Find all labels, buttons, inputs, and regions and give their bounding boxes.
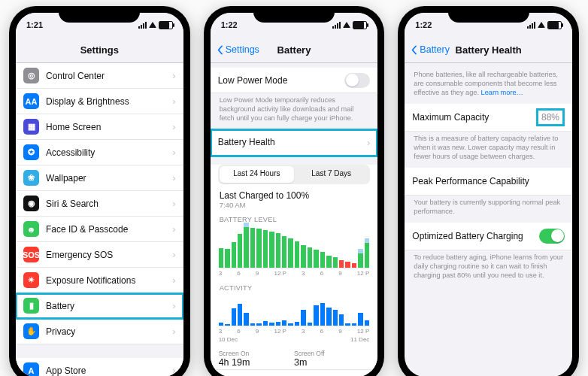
row-label: Display & Brightness — [46, 96, 169, 107]
maximum-capacity-value: 88% — [536, 108, 565, 126]
chart-xaxis: 36912 P36912 P — [211, 268, 378, 278]
wifi-icon — [343, 22, 350, 28]
seg-7d[interactable]: Last 7 Days — [294, 166, 368, 183]
activity-chart — [211, 293, 378, 326]
app-icon: ☻ — [23, 221, 39, 237]
maximum-capacity-row: Maximum Capacity 88% — [405, 104, 572, 132]
optimized-charging-row[interactable]: Optimized Battery Charging — [405, 223, 572, 250]
settings-row[interactable]: ▦Home Screen› — [16, 114, 183, 140]
battery-icon — [159, 21, 173, 29]
app-icon: ▦ — [23, 119, 39, 135]
settings-row[interactable]: ☻Face ID & Passcode› — [16, 217, 183, 242]
row-label: Privacy — [46, 326, 169, 337]
learn-more-link[interactable]: Learn more… — [481, 89, 523, 96]
optimized-charging-switch[interactable] — [539, 229, 565, 244]
settings-row[interactable]: ◉Siri & Search› — [16, 191, 183, 217]
settings-row[interactable]: ◎Control Center› — [16, 63, 183, 89]
battery-level-chart — [211, 225, 378, 268]
phone-settings: 1:21 Settings ◎Control Center›AADisplay … — [9, 6, 190, 376]
screen-off-value: 3m — [294, 357, 369, 368]
last-charge-title: Last Charged to 100% — [211, 190, 378, 201]
chevron-left-icon — [409, 45, 419, 55]
nav-bar: Settings — [16, 37, 183, 63]
signal-icon — [527, 22, 535, 29]
screen-on-label: Screen On — [219, 350, 294, 357]
row-label: Emergency SOS — [46, 250, 169, 260]
chevron-right-icon: › — [172, 326, 175, 337]
row-label: Siri & Search — [46, 199, 169, 209]
notch — [59, 6, 140, 23]
battery-health-label: Battery Health — [218, 137, 364, 147]
row-label: Home Screen — [46, 122, 169, 132]
date-left: 10 Dec — [219, 336, 238, 343]
notch — [448, 6, 529, 23]
date-right: 11 Dec — [350, 336, 369, 343]
row-label: Wallpaper — [46, 173, 169, 183]
screentime-summary: Screen On 4h 19m Screen Off 3m — [211, 344, 378, 369]
chart-xaxis: 36912 P36912 P — [211, 326, 378, 336]
status-time: 1:21 — [26, 20, 43, 29]
page-title: Settings — [80, 44, 119, 56]
app-icon: ✪ — [23, 144, 39, 160]
chevron-right-icon: › — [172, 172, 175, 183]
time-range-segmented[interactable]: Last 24 Hours Last 7 Days — [218, 165, 371, 184]
row-label: Exposure Notifications — [46, 275, 169, 286]
app-icon: AA — [23, 93, 39, 109]
settings-row[interactable]: SOSEmergency SOS› — [16, 242, 183, 268]
maximum-capacity-note: This is a measure of battery capacity re… — [405, 132, 572, 168]
back-button[interactable]: Settings — [215, 37, 259, 62]
back-button[interactable]: Battery — [409, 37, 450, 62]
settings-row[interactable]: ▮Battery› — [16, 293, 183, 319]
chevron-right-icon: › — [172, 249, 175, 260]
battery-icon — [547, 21, 562, 29]
chevron-right-icon: › — [172, 365, 175, 376]
chevron-right-icon: › — [172, 223, 175, 235]
back-label: Battery — [420, 44, 450, 55]
chevron-right-icon: › — [172, 70, 175, 81]
low-power-mode-row[interactable]: Low Power Mode — [211, 68, 378, 93]
page-title: Battery Health — [456, 44, 522, 56]
activity-head: ACTIVITY — [211, 278, 378, 293]
battery-level-head: BATTERY LEVEL — [211, 214, 378, 225]
optimized-charging-note: To reduce battery aging, iPhone learns f… — [405, 250, 572, 287]
nav-bar: Battery Battery Health — [405, 37, 572, 63]
app-icon: ▮ — [23, 298, 39, 314]
settings-row[interactable]: AApp Store› — [16, 358, 183, 376]
app-icon: ◉ — [23, 196, 39, 211]
row-label: Battery — [46, 301, 169, 311]
chevron-right-icon: › — [367, 137, 370, 148]
notch — [253, 6, 335, 23]
settings-row[interactable]: ✪Accessibility› — [16, 140, 183, 165]
low-power-mode-note: Low Power Mode temporarily reduces backg… — [211, 93, 378, 129]
settings-row[interactable]: ✋Privacy› — [16, 319, 183, 344]
low-power-mode-switch[interactable] — [344, 73, 370, 88]
chevron-right-icon: › — [172, 96, 175, 107]
settings-row[interactable]: ✴︎Exposure Notifications› — [16, 268, 183, 293]
signal-icon — [332, 22, 341, 29]
app-icon: SOS — [23, 247, 39, 262]
seg-24h[interactable]: Last 24 Hours — [220, 166, 294, 183]
battery-health-row[interactable]: Battery Health › — [211, 129, 378, 156]
optimized-charging-label: Optimized Battery Charging — [412, 231, 539, 241]
settings-row[interactable]: ❀Wallpaper› — [16, 165, 183, 191]
chevron-right-icon: › — [172, 121, 175, 132]
last-charge-time: 7:40 AM — [211, 201, 378, 214]
intro-note: Phone batteries, like all rechargeable b… — [405, 63, 572, 104]
peak-performance-row: Peak Performance Capability — [405, 168, 572, 196]
wifi-icon — [538, 22, 545, 28]
maximum-capacity-label: Maximum Capacity — [412, 112, 536, 123]
app-icon: ✴︎ — [23, 272, 39, 288]
row-label: Control Center — [46, 71, 169, 81]
low-power-mode-label: Low Power Mode — [218, 75, 345, 86]
back-label: Settings — [226, 44, 259, 55]
screen-off-label: Screen Off — [294, 350, 369, 357]
status-time: 1:22 — [415, 20, 432, 29]
row-label: Accessibility — [46, 147, 169, 158]
row-label: App Store — [46, 365, 169, 376]
chevron-right-icon: › — [172, 198, 175, 209]
settings-row[interactable]: AADisplay & Brightness› — [16, 89, 183, 114]
battery-icon — [353, 21, 367, 29]
app-icon: ✋ — [23, 323, 39, 339]
chevron-right-icon: › — [172, 274, 175, 286]
signal-icon — [138, 22, 147, 29]
